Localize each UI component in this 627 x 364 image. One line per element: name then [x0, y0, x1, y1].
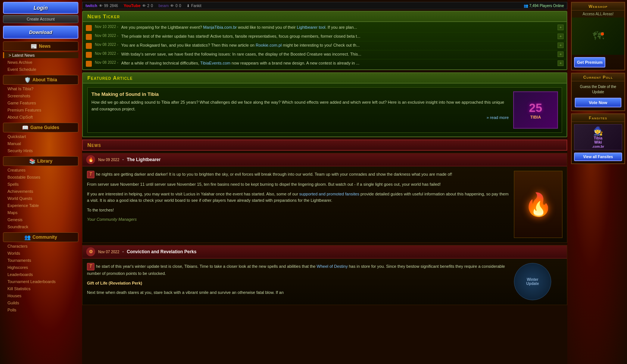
ticker-expand-4[interactable]: +	[558, 60, 564, 66]
sidebar-item-maps[interactable]: Maps	[3, 210, 78, 216]
ticker-item-1: Nov 08 2022 - The private test of the wi…	[83, 32, 567, 41]
gift-of-life-header: Gift of Life (Revelation Perk)	[87, 281, 142, 285]
anniversary-label: TIBIA	[529, 115, 542, 119]
beam-label: beam	[159, 3, 169, 8]
news-ticker-body: Nov 10 2022 - Are you preparing for the …	[83, 22, 567, 69]
sidebar-item-polls[interactable]: Polls	[3, 307, 78, 313]
featured-text: The Making of Sound in Tibia How did we …	[91, 91, 509, 129]
sidebar-item-security-hints[interactable]: Security Hints	[3, 148, 78, 154]
sidebar-item-tournament-leaderboards[interactable]: Tournament Leaderboards	[3, 279, 78, 285]
nav-section-community: 👥 Community	[3, 232, 78, 242]
nav-section-about: 🛡️ About Tibia	[3, 75, 78, 85]
sidebar-item-achievements[interactable]: Achievements	[3, 188, 78, 194]
login-button[interactable]: Login	[3, 2, 78, 14]
sidebar-item-guilds[interactable]: Guilds	[3, 300, 78, 306]
sidebar-item-world-quests[interactable]: World Quests	[3, 195, 78, 201]
news-item-lightbearer-title: The Lightbearer	[127, 157, 161, 162]
sidebar-item-what-is-tibia[interactable]: What Is Tibia?	[3, 86, 78, 92]
ticker-expand-1[interactable]: +	[558, 34, 564, 39]
sidebar-item-characters[interactable]: Characters	[3, 243, 78, 249]
sidebar-item-genesis[interactable]: Genesis	[3, 217, 78, 223]
sidebar-item-worlds[interactable]: Worlds	[3, 250, 78, 256]
vote-button[interactable]: Vote Now	[575, 98, 621, 107]
sidebar-item-highscores[interactable]: Highscores	[3, 264, 78, 270]
wheel-of-destiny-link[interactable]: Wheel of Destiny	[317, 264, 348, 269]
featured-article-image: 25 TIBIA	[513, 91, 558, 129]
news-item-conviction-header: ⚙ Nov 07 2022 - Conviction and Revelatio…	[82, 245, 567, 258]
poll-widget: Current Poll Guess the Date of the Updat…	[571, 73, 625, 111]
sidebar-item-leaderboards[interactable]: Leaderboards	[3, 272, 78, 277]
fire-basins-image: 🔥	[514, 171, 562, 238]
ticker-icon-4	[86, 61, 92, 67]
fansites-link[interactable]: supported and promoted fansites	[299, 192, 359, 196]
news-conviction-image: WinterUpdate	[514, 263, 562, 300]
ticker-link-0[interactable]: ManjaTibia.com.br	[203, 25, 237, 29]
sidebar-item-event-schedule[interactable]: Event Schedule	[3, 66, 78, 72]
featured-article-title: The Making of Sound in Tibia	[91, 91, 509, 97]
sidebar-item-about-cipsoft[interactable]: About CipSoft	[3, 114, 78, 120]
ticker-link-tibiaevents[interactable]: TibiaEvents.com	[200, 61, 231, 65]
ticker-text-1: The private test of the winter update ha…	[121, 34, 361, 39]
sidebar-item-houses[interactable]: Houses	[3, 293, 78, 299]
map-dot	[601, 32, 604, 35]
ticker-link-1[interactable]: Lightbearer tool	[297, 25, 325, 29]
fankit-link[interactable]: ⬇ Fankit	[187, 4, 201, 8]
sidebar-item-experience-table[interactable]: Experience Table	[3, 203, 78, 208]
nav-section-guides: 📖 Game Guides	[3, 123, 78, 132]
sidebar-item-kill-statistics[interactable]: Kill Statistics	[3, 286, 78, 292]
fansite-logo: 🧙 Tibia Wiki .com.br	[574, 124, 622, 150]
ticker-date-3: Nov 08 2022 -	[95, 51, 118, 56]
sidebar-item-screenshots[interactable]: Screenshots	[3, 93, 78, 99]
sidebar-item-game-features[interactable]: Game Features	[3, 100, 78, 106]
news-item-conviction-body: The start of this year's winter update t…	[82, 258, 567, 305]
top-bar: twitch 👁 99 2846 YouTube 👁 2 0 beam 👁 0 …	[82, 2, 567, 9]
beam-widget[interactable]: beam 👁 0 0	[159, 3, 181, 8]
featured-inner: The Making of Sound in Tibia How did we …	[87, 87, 562, 133]
download-button[interactable]: Download	[3, 26, 78, 39]
sidebar-item-tournaments[interactable]: Tournaments	[3, 257, 78, 263]
sidebar-item-quickstart[interactable]: Quickstart	[3, 134, 78, 139]
ticker-expand-2[interactable]: +	[558, 43, 564, 48]
youtube-widget[interactable]: YouTube 👁 2 0	[124, 3, 153, 8]
fire-figure-icon: 🔥	[524, 191, 552, 218]
ticker-text-3: With today's server save, we have fixed …	[121, 51, 361, 57]
news-item-lightbearer-icon: 🔥	[86, 155, 95, 164]
view-fansites-button[interactable]: View all Fansites	[574, 153, 622, 161]
poll-header: Current Poll	[572, 73, 624, 81]
players-icon: 👥	[524, 4, 528, 8]
ticker-icon-3	[86, 52, 92, 58]
get-premium-button[interactable]: Get Premium	[574, 57, 605, 68]
right-sidebar: Webshop Access ALL Areas! 🗺 Get Premium …	[569, 0, 627, 315]
featured-article-body: The Making of Sound in Tibia How did we …	[83, 84, 567, 136]
news-item-conviction-icon: ⚙	[86, 247, 95, 256]
main-content: twitch 👁 99 2846 YouTube 👁 2 0 beam 👁 0 …	[80, 0, 569, 315]
ticker-link-rookie[interactable]: Rookie.com.pl	[256, 43, 282, 47]
sidebar-item-news-archive[interactable]: News Archive	[3, 59, 78, 65]
read-more-link[interactable]: » read more	[91, 115, 509, 120]
ticker-item-3: Nov 08 2022 - With today's server save, …	[83, 50, 567, 59]
news-item-lightbearer: 🔥 Nov 09 2022 - The Lightbearer The nigh…	[82, 153, 567, 243]
featured-article-box: Featured Article The Making of Sound in …	[82, 72, 567, 137]
ticker-date-1: Nov 08 2022 -	[95, 34, 118, 38]
ticker-text-4: After a while of having technical diffic…	[121, 60, 359, 66]
news-item-lightbearer-header: 🔥 Nov 09 2022 - The Lightbearer	[82, 153, 567, 166]
featured-article-desc: How did we go about adding sound to Tibi…	[91, 99, 509, 112]
featured-article-header: Featured Article	[83, 73, 567, 84]
sidebar-item-manual[interactable]: Manual	[3, 141, 78, 147]
sidebar-item-boostable-bosses[interactable]: Boostable Bosses	[3, 174, 78, 180]
ticker-date-4: Nov 08 2022 -	[95, 60, 118, 65]
ticker-text-2: You are a Rookgaard fan, and you like st…	[121, 43, 360, 48]
fankit-label: Fankit	[191, 4, 201, 8]
create-account-button[interactable]: Create Account	[3, 15, 78, 23]
twitch-widget[interactable]: twitch 👁 99 2846	[85, 3, 118, 8]
sidebar-item-premium-features[interactable]: Premium Features	[3, 107, 78, 113]
sidebar-item-soundtrack[interactable]: Soundtrack	[3, 224, 78, 230]
sidebar-item-spells[interactable]: Spells	[3, 181, 78, 187]
ticker-expand-3[interactable]: +	[558, 51, 564, 57]
fansites-widget: Fansites 🧙 Tibia Wiki .com.br View all F…	[571, 113, 625, 164]
sidebar-item-creatures[interactable]: Creatures	[3, 167, 78, 173]
news-ticker-box: News Ticker Nov 10 2022 - Are you prepar…	[82, 11, 567, 70]
beam-viewers: 0	[175, 4, 178, 8]
anniversary-number: 25	[529, 101, 542, 115]
ticker-expand-0[interactable]: +	[558, 25, 564, 30]
